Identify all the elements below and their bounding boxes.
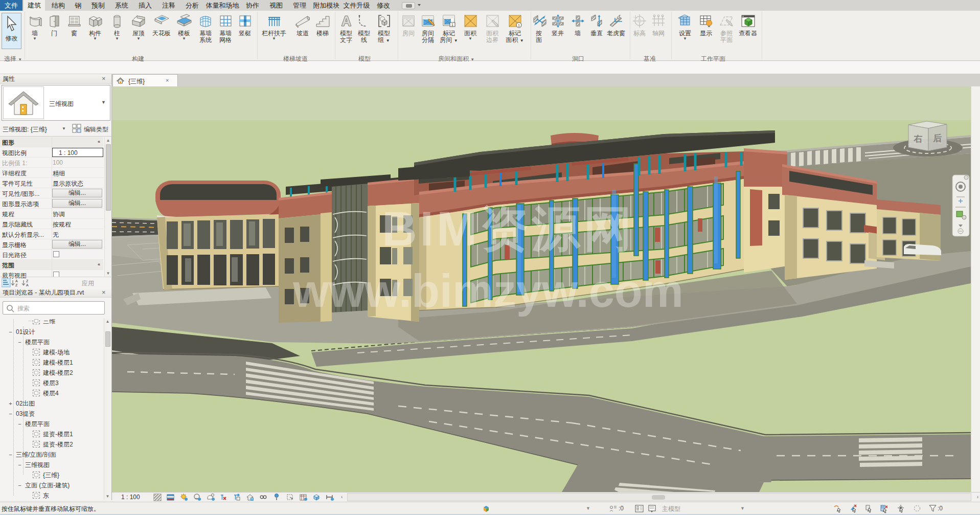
svg-text:Z: Z <box>26 279 29 283</box>
svg-text:Z: Z <box>15 283 18 287</box>
svg-text:A: A <box>15 279 18 283</box>
svg-text:BIM资源网: BIM资源网 <box>382 201 635 256</box>
svg-text:A: A <box>26 283 29 287</box>
svg-text::0: :0 <box>938 505 943 512</box>
svg-text:右: 右 <box>914 134 923 144</box>
svg-text:后: 后 <box>933 133 942 143</box>
svg-text:www.bimzyw.com: www.bimzyw.com <box>292 265 683 317</box>
